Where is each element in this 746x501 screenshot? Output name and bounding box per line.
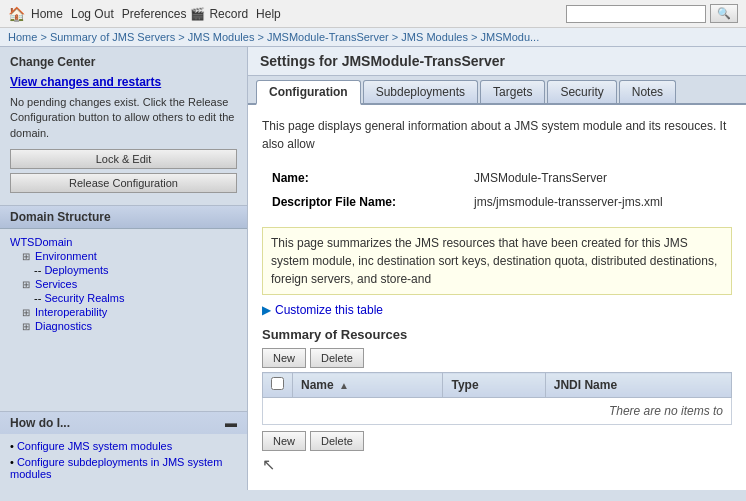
expand-icon-services: ⊞: [22, 279, 30, 290]
name-value: JMSModule-TransServer: [466, 167, 730, 189]
settings-header: Settings for JMSModule-TransServer: [248, 47, 746, 76]
change-center-desc: No pending changes exist. Click the Rele…: [10, 95, 237, 141]
tab-configuration[interactable]: Configuration: [256, 80, 361, 105]
view-changes-link[interactable]: View changes and restarts: [10, 75, 237, 89]
tab-security[interactable]: Security: [547, 80, 616, 103]
col-name-label: Name: [301, 378, 334, 392]
tab-subdeployments[interactable]: Subdeployments: [363, 80, 478, 103]
table-buttons-bottom: New Delete: [262, 431, 732, 451]
tree-link-services[interactable]: Services: [35, 278, 77, 290]
summary-title: Summary of Resources: [262, 327, 732, 342]
no-items-row: There are no items to: [263, 398, 732, 425]
expand-icon-interoperability: ⊞: [22, 307, 30, 318]
description-text: This page displays general information a…: [262, 117, 732, 153]
cursor-indicator: ↖: [262, 455, 732, 474]
select-all-checkbox[interactable]: [271, 377, 284, 390]
table-buttons: New Delete: [262, 348, 732, 368]
tree-item-security-realms[interactable]: -- Security Realms: [34, 291, 237, 305]
home-link[interactable]: Home: [31, 7, 63, 21]
tab-notes[interactable]: Notes: [619, 80, 676, 103]
col-jndi-label: JNDI Name: [554, 378, 617, 392]
description-text-2: This page summarizes the JMS resources t…: [262, 227, 732, 295]
tree-item-interoperability[interactable]: ⊞ Interoperability: [22, 305, 237, 319]
new-button-bottom[interactable]: New: [262, 431, 306, 451]
how-do-i-item-2: Configure subdeployments in JMS system m…: [10, 456, 237, 480]
tree-link-diagnostics[interactable]: Diagnostics: [35, 320, 92, 332]
tree-root[interactable]: WTSDomain: [10, 235, 237, 249]
breadcrumb-jms-servers[interactable]: Summary of JMS Servers: [50, 31, 175, 43]
tree-item-services[interactable]: ⊞ Services: [22, 277, 237, 291]
breadcrumb-jms-modules-2[interactable]: JMS Modules: [401, 31, 468, 43]
change-center: Change Center View changes and restarts …: [0, 47, 247, 206]
descriptor-label: Descriptor File Name:: [264, 191, 464, 213]
customize-link-text: Customize this table: [275, 303, 383, 317]
breadcrumb-current: JMSModu...: [481, 31, 540, 43]
change-center-title: Change Center: [10, 55, 237, 69]
descriptor-row: Descriptor File Name: jms/jmsmodule-tran…: [264, 191, 730, 213]
breadcrumb-jms-modules[interactable]: JMS Modules: [188, 31, 255, 43]
domain-structure-title: Domain Structure: [0, 206, 247, 229]
home-icon: 🏠: [8, 6, 25, 22]
how-do-i-section: How do I... ▬ Configure JMS system modul…: [0, 411, 247, 490]
delete-button-top[interactable]: Delete: [310, 348, 364, 368]
main-layout: Change Center View changes and restarts …: [0, 47, 746, 490]
tree-item-environment[interactable]: ⊞ Environment: [22, 249, 237, 263]
top-bar: 🏠 Home Log Out Preferences 🎬 Record Help…: [0, 0, 746, 28]
record-link[interactable]: Record: [209, 7, 248, 21]
delete-button-bottom[interactable]: Delete: [310, 431, 364, 451]
right-panel: Settings for JMSModule-TransServer Confi…: [248, 47, 746, 490]
breadcrumb-home[interactable]: Home: [8, 31, 37, 43]
tree-item-deployments[interactable]: -- Deployments: [34, 263, 237, 277]
tabs-bar: Configuration Subdeployments Targets Sec…: [248, 76, 746, 105]
checkbox-header: [263, 373, 293, 398]
left-panel: Change Center View changes and restarts …: [0, 47, 248, 490]
col-type-label: Type: [451, 378, 478, 392]
data-table: Name ▲ Type JNDI Name There are no items: [262, 372, 732, 425]
how-do-i-link-2[interactable]: Configure subdeployments in JMS system m…: [10, 456, 222, 480]
search-button[interactable]: 🔍: [710, 4, 738, 23]
customize-link[interactable]: ▶ Customize this table: [262, 303, 732, 317]
col-name-header[interactable]: Name ▲: [293, 373, 443, 398]
customize-arrow-icon: ▶: [262, 303, 271, 317]
preferences-link[interactable]: Preferences: [122, 7, 187, 21]
dash-icon: --: [34, 264, 41, 276]
domain-structure: Domain Structure WTSDomain ⊞ Environment…: [0, 206, 247, 411]
search-input[interactable]: [566, 5, 706, 23]
lock-edit-button[interactable]: Lock & Edit: [10, 149, 237, 169]
tab-targets[interactable]: Targets: [480, 80, 545, 103]
col-jndi-header[interactable]: JNDI Name: [545, 373, 731, 398]
breadcrumb-transserver[interactable]: JMSModule-TransServer: [267, 31, 389, 43]
name-row: Name: JMSModule-TransServer: [264, 167, 730, 189]
top-nav: Home Log Out Preferences 🎬 Record Help: [31, 7, 281, 21]
how-do-i-content: Configure JMS system modules Configure s…: [0, 434, 247, 490]
how-do-i-link-1[interactable]: Configure JMS system modules: [17, 440, 172, 452]
tree-root-link[interactable]: WTSDomain: [10, 236, 72, 248]
name-label: Name:: [264, 167, 464, 189]
search-area: 🔍: [566, 4, 738, 23]
descriptor-value: jms/jmsmodule-transserver-jms.xml: [466, 191, 730, 213]
expand-icon-diagnostics: ⊞: [22, 321, 30, 332]
how-do-i-item-1: Configure JMS system modules: [10, 440, 237, 452]
logout-link[interactable]: Log Out: [71, 7, 114, 21]
cursor-arrow-icon: ↖: [262, 456, 275, 473]
no-items-text: There are no items to: [263, 398, 732, 425]
dash-icon-2: --: [34, 292, 41, 304]
col-type-header[interactable]: Type: [443, 373, 545, 398]
expand-icon-environment: ⊞: [22, 251, 30, 262]
new-button-top[interactable]: New: [262, 348, 306, 368]
breadcrumb: Home > Summary of JMS Servers > JMS Modu…: [0, 28, 746, 47]
collapse-icon: ▬: [225, 416, 237, 430]
sort-icon: ▲: [339, 380, 349, 391]
tree-item-diagnostics[interactable]: ⊞ Diagnostics: [22, 319, 237, 333]
name-value-table: Name: JMSModule-TransServer Descriptor F…: [262, 165, 732, 215]
how-do-i-header[interactable]: How do I... ▬: [0, 412, 247, 434]
how-do-i-title: How do I...: [10, 416, 70, 430]
tree-link-environment[interactable]: Environment: [35, 250, 97, 262]
table-header-row: Name ▲ Type JNDI Name: [263, 373, 732, 398]
tree-link-security-realms[interactable]: Security Realms: [44, 292, 124, 304]
tree-link-interoperability[interactable]: Interoperability: [35, 306, 107, 318]
release-config-button[interactable]: Release Configuration: [10, 173, 237, 193]
help-link[interactable]: Help: [256, 7, 281, 21]
content-area: This page displays general information a…: [248, 105, 746, 486]
tree-link-deployments[interactable]: Deployments: [44, 264, 108, 276]
